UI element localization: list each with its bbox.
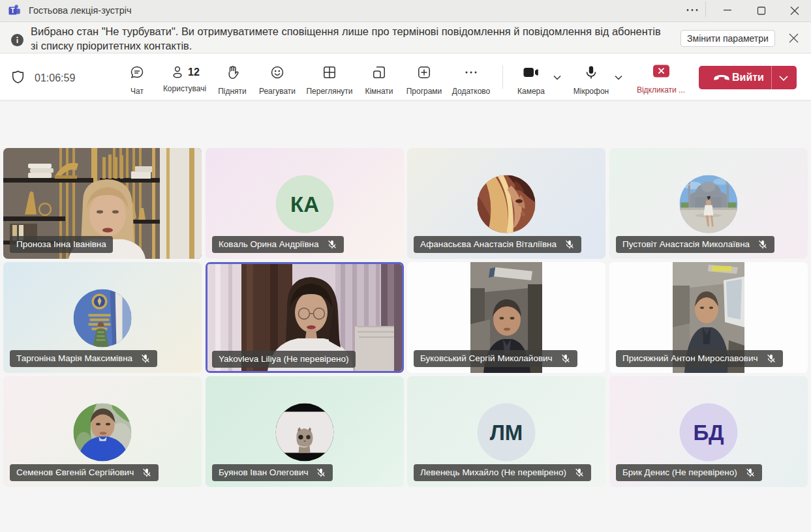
- svg-text:T: T: [10, 7, 14, 14]
